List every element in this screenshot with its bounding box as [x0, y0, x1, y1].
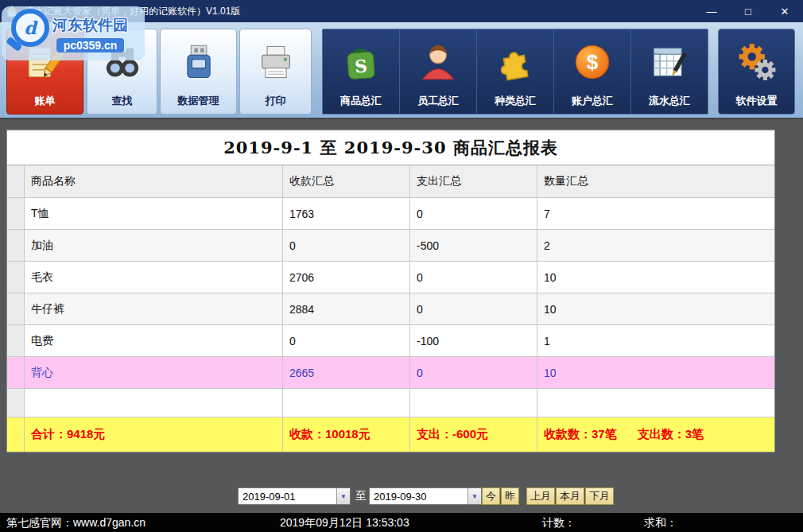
table-row[interactable]: 毛衣 2706 0 10 [7, 262, 774, 293]
yesterday-button[interactable]: 昨 [501, 487, 519, 505]
toolbar-button-data-management[interactable]: 数据管理 [160, 29, 237, 115]
cell-product-name: 毛衣 [25, 262, 283, 293]
start-date-value: 2019-09-01 [239, 488, 336, 504]
toolbar-button-settings[interactable]: 软件设置 [718, 29, 795, 115]
summary-expense: 支出：-600元 [410, 417, 537, 452]
cell-income: 2665 [283, 357, 410, 388]
summary-expense-count: 支出数：3笔 [638, 427, 704, 442]
row-selector-cell[interactable] [7, 230, 25, 261]
chevron-down-icon[interactable]: ▼ [467, 488, 481, 504]
toolbar-button-category-summary[interactable]: 种类总汇 [477, 29, 554, 114]
toolbar-button-label: 账户总汇 [572, 94, 613, 108]
toolbar-button-account-summary[interactable]: $ 账户总汇 [554, 29, 631, 114]
row-selector-cell[interactable] [7, 262, 25, 293]
cell-expense: 0 [410, 293, 537, 324]
toolbar-button-label: 员工总汇 [417, 94, 459, 108]
column-header-product: 商品名称 [25, 165, 283, 197]
this-month-button[interactable]: 本月 [556, 487, 584, 505]
cell-product-name: T恤 [25, 198, 283, 229]
cell-income: 1763 [283, 198, 410, 229]
cell-quantity: 7 [537, 198, 774, 229]
status-website: 第七感官网：www.d7gan.cn [6, 516, 145, 530]
toolbar-button-staff-summary[interactable]: 员工总汇 [400, 29, 477, 114]
table-row[interactable] [7, 389, 774, 417]
cell-expense: -500 [410, 230, 537, 261]
toolbar-button-label: 种类总汇 [495, 94, 536, 108]
maximize-button[interactable]: □ [730, 0, 766, 22]
chevron-down-icon[interactable]: ▼ [336, 488, 350, 504]
column-header-expense: 支出汇总 [410, 165, 537, 197]
cell-quantity: 1 [537, 325, 774, 356]
table-row[interactable]: T恤 1763 0 7 [7, 198, 774, 230]
toolbar-button-label: 软件设置 [736, 94, 778, 108]
svg-text:d: d [24, 17, 38, 38]
cell-income: 2884 [283, 293, 410, 324]
summary-button-group: S 商品总汇 员工总汇 [322, 29, 708, 115]
status-datetime: 2019年09月12日 13:53:03 [280, 516, 409, 530]
row-selector-cell[interactable] [7, 325, 25, 356]
printer-icon [256, 29, 296, 94]
table-row-selected[interactable]: 背心 2665 0 10 [7, 357, 774, 389]
toolbar-button-label: 账单 [35, 94, 56, 108]
watermark: d 河东软件园 pc0359.cn [2, 6, 145, 60]
toolbar-button-label: 打印 [266, 94, 286, 108]
summary-counts: 收款数：37笔 支出数：3笔 [537, 417, 774, 452]
prev-month-button[interactable]: 上月 [526, 487, 555, 505]
status-sum-label: 求和： [644, 516, 677, 530]
cell-expense: 0 [410, 198, 537, 229]
table-row[interactable]: 加油 0 -500 2 [7, 230, 774, 262]
summary-total: 合计：9418元 [25, 417, 283, 452]
row-selector-cell [7, 165, 25, 197]
cell-income [283, 389, 410, 417]
window-controls: — □ ✕ [693, 0, 803, 22]
date-controls: 2019-09-01 ▼ 至 2019-09-30 ▼ 今 昨 上月 本月 下月 [0, 487, 803, 507]
next-month-button[interactable]: 下月 [585, 487, 614, 505]
cell-quantity: 10 [537, 262, 774, 293]
cell-product-name [25, 389, 283, 417]
cell-quantity: 10 [537, 357, 774, 388]
minimize-button[interactable]: — [693, 0, 730, 22]
toolbar-button-label: 流水总汇 [649, 94, 690, 108]
gear-icon [736, 29, 778, 94]
watermark-site-name: 河东软件园 [52, 15, 128, 36]
report-title: 2019-9-1 至 2019-9-30 商品汇总报表 [7, 130, 774, 165]
toolbar-button-label: 商品总汇 [340, 94, 382, 108]
cell-product-name: 加油 [25, 230, 283, 261]
row-selector-cell[interactable] [7, 293, 25, 324]
toolbar-button-goods-summary[interactable]: S 商品总汇 [323, 29, 400, 114]
close-button[interactable]: ✕ [766, 0, 803, 22]
cell-income: 0 [283, 325, 410, 356]
row-selector-cell [7, 417, 25, 452]
report-table: 2019-9-1 至 2019-9-30 商品汇总报表 商品名称 收款汇总 支出… [6, 130, 775, 452]
cell-expense: 0 [410, 262, 537, 293]
app-window: 流水记账大管家（简单，好用的记账软件）V1.01版 — □ ✕ [0, 0, 803, 532]
date-range-to-label: 至 [355, 489, 367, 503]
cell-quantity: 10 [537, 293, 774, 324]
row-selector-cell[interactable] [7, 198, 25, 229]
row-selector-cell[interactable] [7, 357, 25, 388]
cell-expense: 0 [410, 357, 537, 388]
column-header-income: 收款汇总 [283, 165, 410, 197]
row-selector-cell[interactable] [7, 389, 25, 417]
cell-quantity [537, 389, 774, 417]
cell-product-name: 背心 [25, 357, 283, 388]
summary-income-count: 收款数：37笔 [544, 427, 617, 442]
table-row[interactable]: 电费 0 -100 1 [7, 325, 774, 357]
svg-text:$: $ [587, 49, 599, 73]
toolbar-button-print[interactable]: 打印 [239, 29, 312, 115]
today-button[interactable]: 今 [482, 487, 500, 505]
toolbar-button-label: 查找 [112, 94, 133, 108]
table-row[interactable]: 牛仔裤 2884 0 10 [7, 293, 774, 325]
cell-product-name: 电费 [25, 325, 283, 356]
main-area: 2019-9-1 至 2019-9-30 商品汇总报表 商品名称 收款汇总 支出… [0, 119, 803, 513]
magnifier-icon: d [5, 7, 51, 60]
person-icon [418, 29, 458, 94]
toolbar-button-flow-summary[interactable]: 流水总汇 [631, 29, 708, 114]
cell-expense: -100 [410, 325, 537, 356]
start-date-select[interactable]: 2019-09-01 ▼ [238, 487, 351, 505]
watermark-site-url: pc0359.cn [56, 38, 125, 52]
summary-income: 收款：10018元 [283, 417, 410, 452]
usb-drive-icon [179, 29, 219, 94]
watermark-text: 河东软件园 pc0359.cn [52, 15, 128, 52]
end-date-select[interactable]: 2019-09-30 ▼ [369, 487, 482, 505]
